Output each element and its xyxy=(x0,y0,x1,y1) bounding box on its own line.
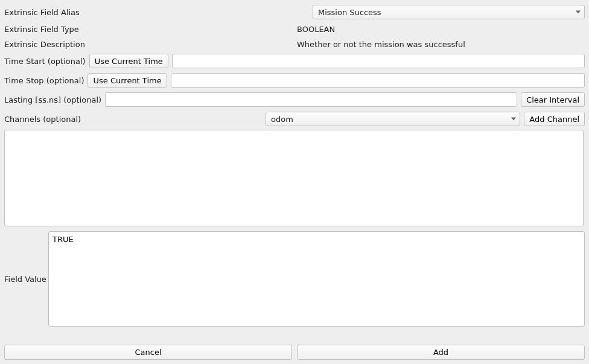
cancel-button[interactable]: Cancel xyxy=(4,345,292,360)
chevron-down-icon xyxy=(576,11,581,14)
channels-dropdown[interactable]: odom xyxy=(266,112,520,126)
extrinsic-field-type-value: BOOLEAN xyxy=(297,25,335,34)
chevron-down-icon xyxy=(511,118,516,121)
channels-list-area[interactable] xyxy=(4,130,584,226)
add-button[interactable]: Add xyxy=(297,345,585,360)
label-channels: Channels (optional) xyxy=(4,115,266,124)
extrinsic-description-value: Whether or not the mission was successfu… xyxy=(297,40,465,49)
label-lasting: Lasting [ss.ns] (optional) xyxy=(4,95,101,104)
time-stop-input[interactable] xyxy=(171,73,585,88)
label-time-start: Time Start (optional) xyxy=(4,57,86,66)
label-extrinsic-field-type: Extrinsic Field Type xyxy=(4,25,297,34)
extrinsic-field-alias-dropdown[interactable]: Mission Success xyxy=(313,5,585,19)
label-extrinsic-field-alias: Extrinsic Field Alias xyxy=(4,8,313,17)
label-field-value: Field Value xyxy=(4,275,46,284)
label-time-stop: Time Stop (optional) xyxy=(4,76,84,85)
lasting-input[interactable] xyxy=(105,92,517,107)
channels-dropdown-value: odom xyxy=(271,115,293,124)
time-start-use-current-button[interactable]: Use Current Time xyxy=(89,54,168,68)
field-value-input[interactable] xyxy=(48,231,585,327)
add-channel-button[interactable]: Add Channel xyxy=(524,112,585,126)
extrinsic-field-alias-value: Mission Success xyxy=(318,8,381,17)
clear-interval-button[interactable]: Clear Interval xyxy=(521,92,585,107)
time-start-input[interactable] xyxy=(172,54,585,68)
label-extrinsic-description: Extrinsic Description xyxy=(4,40,297,49)
time-stop-use-current-button[interactable]: Use Current Time xyxy=(88,73,167,88)
